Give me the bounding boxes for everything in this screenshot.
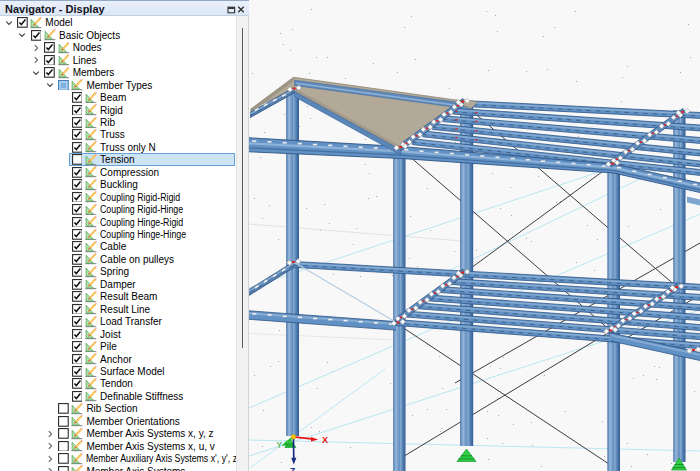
svg-text:Y: Y <box>277 440 283 450</box>
svg-text:X: X <box>322 435 328 445</box>
svg-text:Z: Z <box>290 466 295 471</box>
